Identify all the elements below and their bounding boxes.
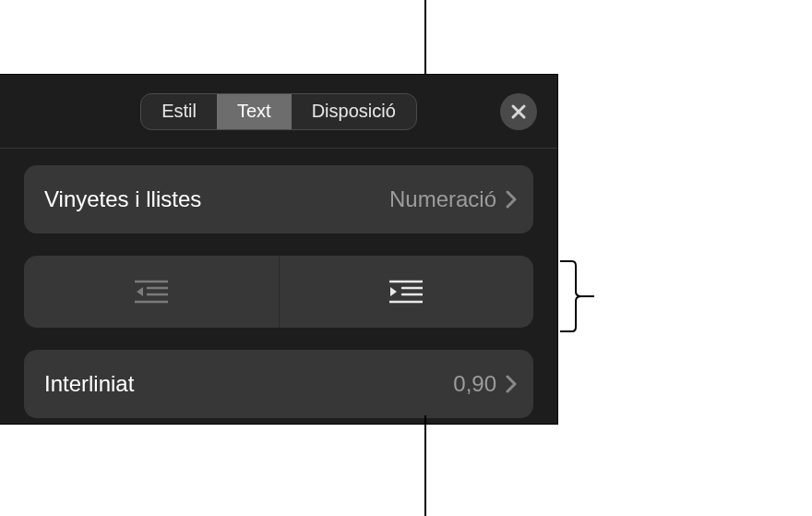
tab-layout[interactable]: Disposició xyxy=(292,94,416,129)
outdent-icon xyxy=(135,280,168,304)
indent-control xyxy=(24,256,533,328)
tab-segmented-control: Estil Text Disposició xyxy=(140,93,417,130)
line-spacing-label: Interliniat xyxy=(44,371,453,397)
callout-line-top xyxy=(424,0,426,83)
chevron-right-icon xyxy=(506,375,517,393)
panel-content: Vinyetes i llistes Numeració xyxy=(0,149,557,418)
chevron-right-icon xyxy=(506,190,517,209)
tab-style[interactable]: Estil xyxy=(141,94,217,129)
bullets-lists-value: Numeració xyxy=(389,186,496,212)
format-panel: Estil Text Disposició Vinyetes i llistes… xyxy=(0,74,558,425)
indent-icon xyxy=(389,280,423,304)
indent-button[interactable] xyxy=(280,256,534,328)
callout-bracket-right xyxy=(559,260,596,332)
line-spacing-value: 0,90 xyxy=(453,371,496,397)
line-spacing-row[interactable]: Interliniat 0,90 xyxy=(24,350,533,418)
panel-header: Estil Text Disposició xyxy=(0,75,557,149)
outdent-button[interactable] xyxy=(24,256,280,328)
callout-line-bottom xyxy=(424,415,426,516)
bullets-lists-label: Vinyetes i llistes xyxy=(44,186,389,212)
close-button[interactable] xyxy=(500,93,537,130)
close-icon xyxy=(510,103,527,120)
tab-text[interactable]: Text xyxy=(217,94,292,129)
bullets-lists-row[interactable]: Vinyetes i llistes Numeració xyxy=(24,165,533,234)
